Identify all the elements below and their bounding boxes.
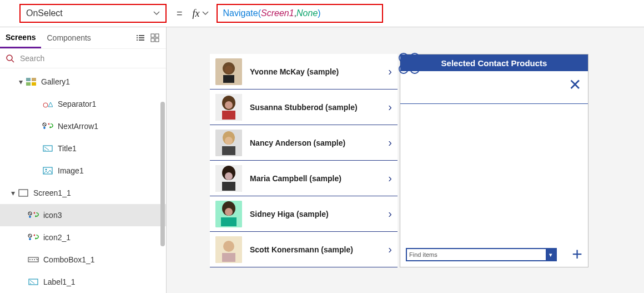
tab-screens[interactable]: Screens xyxy=(0,27,41,48)
list-item-name: Susanna Stubberod (sample) xyxy=(250,103,380,112)
tree-search[interactable] xyxy=(0,48,166,68)
chevron-right-icon[interactable]: › xyxy=(388,172,392,185)
selected-products-pane: Selected Contact Products ✕ Find items ▾… xyxy=(400,54,588,267)
tree-node-label: Screen1_1 xyxy=(33,188,71,197)
gallery-icon xyxy=(26,78,37,86)
combobox-icon xyxy=(28,256,39,263)
svg-rect-21 xyxy=(43,146,52,151)
expand-icon[interactable]: ▾ xyxy=(16,77,26,86)
svg-rect-7 xyxy=(155,34,159,37)
fx-box: fx Navigate ( Screen1 , None ) xyxy=(193,4,383,23)
formula-input[interactable]: Navigate ( Screen1 , None ) xyxy=(217,4,383,23)
tree-panel: Screens Components ▾ xyxy=(0,27,167,293)
list-item[interactable]: Maria Campbell (sample) › xyxy=(210,161,398,196)
tree-node-combobox1-1[interactable]: ComboBox1_1 xyxy=(0,249,166,271)
tree-node-title1[interactable]: Title1 xyxy=(0,137,166,160)
svg-point-25 xyxy=(46,169,47,171)
avatar xyxy=(215,165,242,192)
main-area: Screens Components ▾ xyxy=(0,27,644,293)
tab-screens-label: Screens xyxy=(6,33,36,42)
svg-rect-5 xyxy=(139,39,144,41)
list-item[interactable]: Sidney Higa (sample) › xyxy=(210,196,398,232)
list-item-name: Yvonne McKay (sample) xyxy=(250,67,380,76)
svg-rect-6 xyxy=(151,34,154,37)
formula-arg2: None xyxy=(296,8,318,18)
svg-rect-15 xyxy=(32,82,36,86)
shape-icon xyxy=(42,100,53,108)
svg-rect-43 xyxy=(223,75,234,83)
tree-node-label: NextArrow1 xyxy=(58,122,98,131)
tab-components[interactable]: Components xyxy=(41,27,96,48)
chevron-right-icon[interactable]: › xyxy=(388,65,392,78)
svg-line-11 xyxy=(12,60,14,62)
list-view-icon[interactable] xyxy=(136,33,145,42)
search-icon xyxy=(6,54,14,63)
add-icon[interactable]: + xyxy=(572,244,582,265)
pane-title: Selected Contact Products xyxy=(441,58,547,68)
expand-icon[interactable]: ▾ xyxy=(8,188,18,197)
chevron-right-icon[interactable]: › xyxy=(388,101,392,113)
find-items-combobox[interactable]: Find items ▾ xyxy=(406,248,557,261)
list-item[interactable]: Scott Konersmann (sample) › xyxy=(210,232,398,267)
chevron-down-icon[interactable] xyxy=(202,10,209,17)
chevron-right-icon[interactable]: › xyxy=(388,136,392,149)
tree-node-label: icon2_1 xyxy=(43,233,71,242)
svg-rect-14 xyxy=(26,82,31,86)
svg-rect-1 xyxy=(139,35,144,36)
svg-marker-29 xyxy=(35,215,36,217)
chevron-right-icon[interactable]: › xyxy=(388,207,392,220)
contact-gallery[interactable]: Yvonne McKay (sample) › Susanna Stubbero… xyxy=(210,54,398,267)
list-item-name: Maria Campbell (sample) xyxy=(250,174,380,183)
avatar xyxy=(215,236,242,263)
tree-node-label1-1[interactable]: Label1_1 xyxy=(0,271,166,293)
tree-node-label: Gallery1 xyxy=(41,77,70,86)
svg-rect-9 xyxy=(155,38,159,42)
tree-node-nextarrow1[interactable]: NextArrow1 xyxy=(0,115,166,137)
svg-rect-62 xyxy=(222,253,235,262)
svg-point-61 xyxy=(223,241,234,252)
fx-icon[interactable]: fx xyxy=(193,8,200,19)
svg-point-58 xyxy=(225,208,233,216)
list-item[interactable]: Yvonne McKay (sample) › xyxy=(210,54,398,90)
svg-rect-13 xyxy=(32,78,36,81)
tree-node-screen1-1[interactable]: ▾ Screen1_1 xyxy=(0,182,166,204)
svg-line-19 xyxy=(43,123,46,126)
scrollbar-thumb[interactable] xyxy=(160,102,165,246)
tree-node-icon2-1[interactable]: icon2_1 xyxy=(0,226,166,249)
tree-node-label: Image1 xyxy=(58,166,84,175)
tree-node-label: Label1_1 xyxy=(43,277,76,286)
svg-line-39 xyxy=(30,283,31,284)
icons-icon xyxy=(28,211,39,219)
tree-node-label: Title1 xyxy=(58,144,77,153)
property-selector[interactable]: OnSelect xyxy=(19,4,167,23)
list-item[interactable]: Nancy Anderson (sample) › xyxy=(210,125,398,161)
svg-point-42 xyxy=(225,66,233,73)
svg-point-10 xyxy=(7,55,12,61)
svg-rect-8 xyxy=(151,38,154,42)
chevron-down-icon[interactable]: ▾ xyxy=(546,249,556,260)
list-item[interactable]: Susanna Stubberod (sample) › xyxy=(210,90,398,125)
label-icon xyxy=(28,278,39,286)
screen-icon xyxy=(18,189,29,197)
search-input[interactable] xyxy=(20,54,160,63)
tree-node-image1[interactable]: Image1 xyxy=(0,160,166,182)
tree-node-separator1[interactable]: Separator1 xyxy=(0,93,166,115)
svg-rect-12 xyxy=(26,78,31,81)
grid-view-icon[interactable] xyxy=(150,33,159,42)
chevron-down-icon xyxy=(153,10,160,17)
tree-node-label: ComboBox1_1 xyxy=(43,255,95,264)
chevron-right-icon[interactable]: › xyxy=(388,243,392,256)
tree-node-icon3[interactable]: icon3 xyxy=(0,204,166,226)
svg-rect-37 xyxy=(29,279,38,285)
formula-close: ) xyxy=(318,8,320,18)
tree-node-label: icon3 xyxy=(43,211,62,220)
svg-rect-26 xyxy=(19,190,28,196)
canvas[interactable]: Yvonne McKay (sample) › Susanna Stubbero… xyxy=(167,27,644,293)
svg-point-34 xyxy=(29,259,31,260)
svg-line-23 xyxy=(44,150,46,151)
avatar xyxy=(215,94,242,121)
close-icon[interactable]: ✕ xyxy=(568,76,581,94)
tree-node-gallery1[interactable]: ▾ Gallery1 xyxy=(0,71,166,93)
label-icon xyxy=(42,145,53,152)
formula-arg1: Screen1 xyxy=(261,8,294,18)
